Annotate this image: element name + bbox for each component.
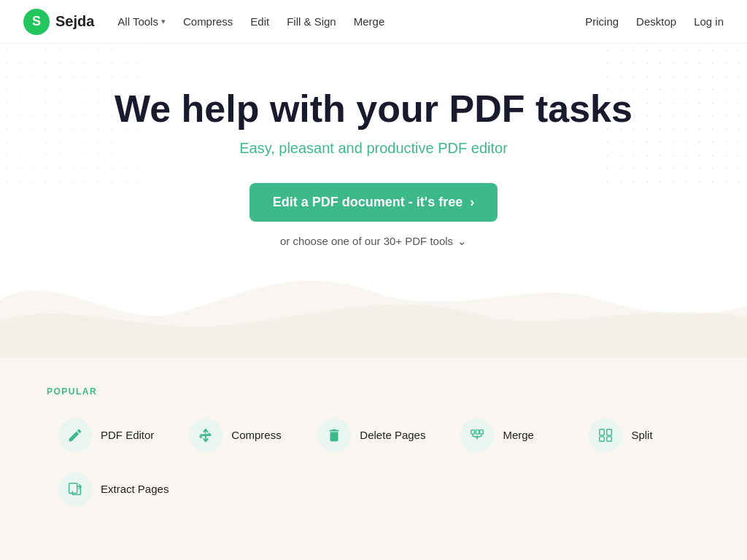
svg-rect-5 <box>480 429 484 434</box>
nav-edit[interactable]: Edit <box>250 15 269 28</box>
tools-link[interactable]: or choose one of our 30+ PDF tools ⌄ <box>23 235 724 248</box>
tool-extract-pages[interactable]: Extract Pages <box>47 465 180 513</box>
tool-merge[interactable]: Merge <box>449 411 565 459</box>
tool-pdf-editor[interactable]: PDF Editor <box>47 411 166 459</box>
logo[interactable]: S Sejda <box>23 9 94 35</box>
popular-label: POPULAR <box>47 386 700 397</box>
svg-rect-11 <box>69 483 77 494</box>
logo-name: Sejda <box>55 13 94 30</box>
nav-compress[interactable]: Compress <box>183 15 233 28</box>
split-icon-circle <box>589 419 622 452</box>
wave-divider <box>0 255 747 357</box>
nav-merge[interactable]: Merge <box>354 15 385 28</box>
compress-icon <box>198 427 214 443</box>
hero-heading: We help with your PDF tasks <box>23 88 724 131</box>
svg-rect-4 <box>476 429 480 434</box>
split-label: Split <box>631 429 652 441</box>
tool-compress[interactable]: Compress <box>177 411 294 459</box>
navbar-left: S Sejda All Tools ▾ Compress Edit Fill &… <box>23 9 384 35</box>
pdf-editor-label: PDF Editor <box>101 429 154 441</box>
svg-rect-10 <box>607 437 611 441</box>
chevron-down-icon: ▾ <box>161 17 166 26</box>
tools-section: POPULAR PDF Editor Compress <box>0 357 747 557</box>
compress-icon-circle <box>189 419 222 452</box>
merge-label: Merge <box>503 429 534 441</box>
bottom-sections-grid: MERGE Alternate & Mix EDIT & SIGN PDF Ed… <box>0 557 747 560</box>
hero-subtitle: Easy, pleasant and productive PDF editor <box>23 140 724 157</box>
delete-pages-label: Delete Pages <box>360 429 425 441</box>
nav-all-tools[interactable]: All Tools ▾ <box>117 15 166 28</box>
popular-tools-grid: PDF Editor Compress Delete P <box>47 411 700 513</box>
edit-icon <box>67 427 83 443</box>
navbar: S Sejda All Tools ▾ Compress Edit Fill &… <box>0 0 747 44</box>
hero-cta-button[interactable]: Edit a PDF document - it's free › <box>249 183 498 222</box>
merge-icon-circle <box>460 419 494 452</box>
nav-fill-sign[interactable]: Fill & Sign <box>287 15 336 28</box>
wave-svg <box>0 255 747 357</box>
navbar-right: Pricing Desktop Log in <box>585 15 724 28</box>
tool-delete-pages[interactable]: Delete Pages <box>306 411 437 459</box>
svg-rect-9 <box>607 429 611 435</box>
extract-pages-label: Extract Pages <box>101 483 169 495</box>
extract-icon-circle <box>58 472 92 506</box>
tool-split[interactable]: Split <box>577 411 694 459</box>
cta-arrow-icon: › <box>470 195 474 210</box>
logo-icon: S <box>23 9 50 35</box>
nav-links: All Tools ▾ Compress Edit Fill & Sign Me… <box>117 15 384 28</box>
merge-icon <box>469 427 485 443</box>
extract-icon <box>67 481 83 497</box>
split-icon <box>597 427 614 443</box>
svg-rect-7 <box>600 429 604 435</box>
hero-section: We help with your PDF tasks Easy, pleasa… <box>0 44 747 248</box>
chevron-down-icon: ⌄ <box>457 235 467 248</box>
delete-icon-circle <box>317 419 351 452</box>
compress-label: Compress <box>231 429 281 441</box>
svg-rect-8 <box>600 437 604 441</box>
delete-icon <box>326 427 342 443</box>
svg-rect-3 <box>471 429 475 434</box>
nav-pricing[interactable]: Pricing <box>585 15 619 28</box>
cta-text: Edit a PDF document - it's free <box>273 195 462 210</box>
nav-desktop[interactable]: Desktop <box>636 15 676 28</box>
pdf-editor-icon-circle <box>58 419 92 452</box>
svg-rect-2 <box>205 433 208 438</box>
nav-login[interactable]: Log in <box>694 15 724 28</box>
